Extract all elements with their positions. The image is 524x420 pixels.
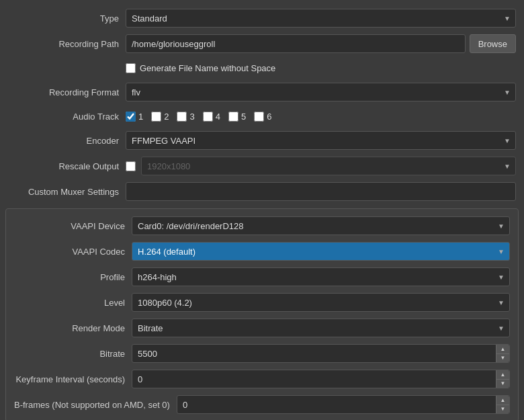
level-control: 1080p60 (4.2) 1080p30 (4.1) 720p60 (4.0)… (132, 293, 510, 312)
audio-track-checkboxes: 1 2 3 4 5 (126, 112, 516, 122)
recording-path-control: Browse (126, 34, 516, 53)
encoder-select-wrapper: FFMPEG VAAPI x264 x265 nvenc aom-av1 (126, 131, 516, 150)
rescale-output-control: 1920x1080 1280x720 854x480 (126, 157, 516, 175)
bitrate-spin-down[interactable]: ▼ (496, 354, 509, 363)
rescale-row-inner: 1920x1080 1280x720 854x480 (126, 157, 516, 175)
browse-button[interactable]: Browse (470, 34, 516, 53)
level-row: Level 1080p60 (4.2) 1080p30 (4.1) 720p60… (6, 290, 518, 315)
bframes-row: B-frames (Not supported on AMD, set 0) ▲… (6, 392, 518, 417)
level-label: Level (14, 298, 132, 308)
audio-track-3-checkbox[interactable] (177, 112, 187, 122)
type-select[interactable]: Standard Custom Simple (126, 9, 516, 28)
recording-format-label: Recording Format (8, 87, 126, 97)
keyframe-spin-down[interactable]: ▼ (496, 380, 509, 388)
generate-filename-row: Generate File Name without Space (0, 56, 524, 79)
render-mode-row: Render Mode Bitrate CQP VBR (6, 315, 518, 341)
encoder-control: FFMPEG VAAPI x264 x265 nvenc aom-av1 (126, 131, 516, 150)
generate-filename-control: Generate File Name without Space (126, 63, 516, 73)
audio-track-3-item: 3 (177, 112, 194, 122)
audio-track-2-checkbox[interactable] (151, 112, 161, 122)
type-row: Type Standard Custom Simple (0, 5, 524, 31)
profile-row: Profile h264-high h264-main h264-baselin… (6, 264, 518, 290)
recording-format-select-wrapper: flv mp4 mkv ts m3u8 fragmented_mp4 (126, 83, 516, 101)
recording-format-select[interactable]: flv mp4 mkv ts m3u8 fragmented_mp4 (126, 83, 516, 101)
rescale-select-wrapper: 1920x1080 1280x720 854x480 (141, 157, 516, 175)
audio-track-row: Audio Track 1 2 3 4 (0, 105, 524, 128)
audio-track-6-label: 6 (267, 112, 271, 122)
vaapi-codec-select-wrapper: H.264 (default) H.265 (HEVC) VP8 VP9 AV1 (132, 242, 510, 261)
audio-track-2-label: 2 (164, 112, 169, 122)
main-container: Type Standard Custom Simple Recording Pa… (0, 0, 524, 420)
audio-track-4-label: 4 (216, 112, 220, 122)
level-select[interactable]: 1080p60 (4.2) 1080p30 (4.1) 720p60 (4.0)… (132, 293, 510, 312)
rescale-select[interactable]: 1920x1080 1280x720 854x480 (141, 157, 516, 175)
generate-filename-label: Generate File Name without Space (140, 63, 275, 73)
keyframe-interval-label: Keyframe Interval (seconds) (14, 374, 132, 384)
audio-track-label: Audio Track (8, 112, 126, 122)
level-select-wrapper: 1080p60 (4.2) 1080p30 (4.1) 720p60 (4.0)… (132, 293, 510, 312)
audio-track-1-item: 1 (126, 112, 143, 122)
encoder-row: Encoder FFMPEG VAAPI x264 x265 nvenc aom… (0, 128, 524, 153)
custom-muxer-label: Custom Muxer Settings (8, 187, 126, 197)
bframes-spin-down[interactable]: ▼ (496, 405, 509, 414)
audio-track-5-checkbox[interactable] (228, 112, 238, 122)
profile-select[interactable]: h264-high h264-main h264-baseline h264-c… (132, 267, 510, 286)
bitrate-spin-up[interactable]: ▲ (496, 345, 509, 354)
recording-path-label: Recording Path (8, 39, 126, 49)
recording-path-row: Recording Path Browse (0, 31, 524, 56)
bframes-spin-up[interactable]: ▲ (496, 396, 509, 405)
vaapi-codec-control: H.264 (default) H.265 (HEVC) VP8 VP9 AV1 (132, 242, 510, 261)
generate-filename-checkbox-row: Generate File Name without Space (126, 63, 516, 73)
bframes-label: B-frames (Not supported on AMD, set 0) (14, 400, 177, 410)
encoder-select[interactable]: FFMPEG VAAPI x264 x265 nvenc aom-av1 (126, 131, 516, 150)
audio-track-5-item: 5 (228, 112, 246, 122)
vaapi-device-row: VAAPI Device Card0: /dev/dri/renderD128 (6, 213, 518, 239)
bframes-spinbox-wrapper: ▲ ▼ (177, 395, 510, 414)
profile-control: h264-high h264-main h264-baseline h264-c… (132, 267, 510, 286)
keyframe-spinbox-buttons: ▲ ▼ (496, 370, 509, 388)
custom-muxer-control (126, 182, 516, 201)
vaapi-codec-select[interactable]: H.264 (default) H.265 (HEVC) VP8 VP9 AV1 (132, 242, 510, 261)
rescale-output-row: Rescale Output 1920x1080 1280x720 854x48… (0, 153, 524, 179)
encoder-label: Encoder (8, 136, 126, 146)
type-select-wrapper: Standard Custom Simple (126, 9, 516, 28)
bframes-control: ▲ ▼ (177, 395, 510, 414)
type-control: Standard Custom Simple (126, 9, 516, 28)
render-mode-select[interactable]: Bitrate CQP VBR (132, 319, 510, 337)
audio-track-6-checkbox[interactable] (254, 112, 264, 122)
audio-track-3-label: 3 (189, 112, 194, 122)
keyframe-spin-up[interactable]: ▲ (496, 370, 509, 380)
recording-path-browse-row: Browse (126, 34, 516, 53)
vaapi-device-label: VAAPI Device (14, 221, 132, 231)
type-label: Type (8, 13, 126, 24)
custom-muxer-row: Custom Muxer Settings (0, 179, 524, 204)
bframes-spinbox-buttons: ▲ ▼ (496, 396, 509, 413)
bitrate-input[interactable] (132, 344, 510, 363)
bitrate-spinbox-buttons: ▲ ▼ (496, 345, 509, 362)
rescale-output-label: Rescale Output (8, 161, 126, 171)
vaapi-codec-row: VAAPI Codec H.264 (default) H.265 (HEVC)… (6, 239, 518, 264)
render-mode-control: Bitrate CQP VBR (132, 319, 510, 337)
keyframe-interval-input[interactable] (132, 370, 510, 388)
custom-muxer-input[interactable] (126, 182, 516, 201)
rescale-output-checkbox[interactable] (126, 161, 136, 171)
vaapi-device-select-wrapper: Card0: /dev/dri/renderD128 (132, 216, 510, 235)
bitrate-row: Bitrate ▲ ▼ (6, 341, 518, 366)
vaapi-device-select[interactable]: Card0: /dev/dri/renderD128 (132, 216, 510, 235)
recording-format-control: flv mp4 mkv ts m3u8 fragmented_mp4 (126, 83, 516, 101)
audio-track-1-label: 1 (138, 112, 143, 122)
generate-filename-checkbox[interactable] (126, 63, 136, 73)
vaapi-codec-label: VAAPI Codec (14, 247, 132, 257)
audio-track-4-checkbox[interactable] (203, 112, 213, 122)
bframes-input[interactable] (177, 395, 510, 414)
audio-track-1-checkbox[interactable] (126, 112, 136, 122)
profile-label: Profile (14, 272, 132, 282)
audio-track-2-item: 2 (151, 112, 169, 122)
render-mode-select-wrapper: Bitrate CQP VBR (132, 319, 510, 337)
bitrate-spinbox-wrapper: ▲ ▼ (132, 344, 510, 363)
profile-select-wrapper: h264-high h264-main h264-baseline h264-c… (132, 267, 510, 286)
audio-track-6-item: 6 (254, 112, 271, 122)
recording-path-input[interactable] (126, 34, 466, 53)
audio-track-4-item: 4 (203, 112, 220, 122)
keyframe-interval-row: Keyframe Interval (seconds) ▲ ▼ (6, 366, 518, 392)
